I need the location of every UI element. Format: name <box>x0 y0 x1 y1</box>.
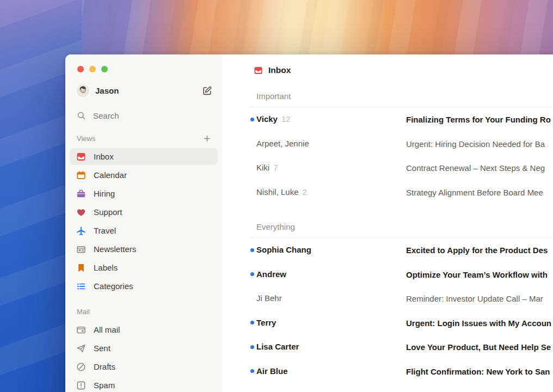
unread-dot <box>250 248 254 252</box>
email-sender: Lisa Carter <box>256 342 299 351</box>
email-row-kiki[interactable]: Kiki7 Contract Renewal – Next Steps & Ne… <box>222 156 553 180</box>
sidebar-item-support[interactable]: Support <box>70 204 218 220</box>
email-section-everything: Everything Sophia Chang Excited to Apply… <box>222 222 553 392</box>
pencil-circle-icon <box>76 362 86 372</box>
sidebar: Jason Search Views <box>65 54 222 392</box>
calendar-icon <box>76 170 86 180</box>
airplane-icon <box>76 226 86 236</box>
email-sender: Air Blue <box>256 366 288 376</box>
email-subject: Contract Renewal – Next Steps & Neg <box>406 163 545 173</box>
sidebar-item-travel[interactable]: Travel <box>70 222 218 239</box>
list-icon <box>76 281 86 291</box>
email-subject: Urgent: Hiring Decision Needed for Ba <box>406 139 545 148</box>
email-row-nishil-luke[interactable]: Nishil, Luke2 Strategy Alignment Before … <box>222 180 553 205</box>
sidebar-section-header-views: Views <box>77 134 211 143</box>
briefcase-icon <box>76 189 86 199</box>
sidebar-item-hiring[interactable]: Hiring <box>70 185 218 202</box>
email-sender: Nishil, Luke <box>256 187 299 197</box>
email-row-vicky[interactable]: Vicky12 Finalizing Terms for Your Fundin… <box>222 107 553 132</box>
email-section-important: Important Vicky12 Finalizing Terms for Y… <box>222 91 553 204</box>
sidebar-item-categories[interactable]: Categories <box>70 278 218 295</box>
email-subject: Excited to Apply for the Product Des <box>406 246 548 255</box>
paper-plane-icon <box>76 344 86 353</box>
newspaper-icon <box>76 244 86 254</box>
email-sender: Ji Behr <box>256 293 282 303</box>
account-row[interactable]: Jason <box>77 84 212 97</box>
email-thread-count: 7 <box>273 163 278 172</box>
sidebar-item-spam[interactable]: Spam <box>70 377 218 392</box>
email-thread-count: 2 <box>303 187 307 197</box>
email-subject: Love Your Product, But Need Help Se <box>406 342 551 352</box>
compose-icon[interactable] <box>202 85 212 96</box>
sidebar-item-all-mail[interactable]: All mail <box>70 321 218 338</box>
email-thread-count: 12 <box>281 114 291 124</box>
sidebar-item-drafts[interactable]: Drafts <box>70 358 218 375</box>
email-subject: Finalizing Terms for Your Funding Ro <box>406 115 551 124</box>
sidebar-section: Views Inbox Calendar Hiring Support Trav… <box>65 134 222 295</box>
email-sender: Terry <box>256 318 276 327</box>
view-header: Inbox <box>254 64 553 76</box>
sidebar-item-labels[interactable]: Labels <box>70 259 218 276</box>
sidebar-section-label: Mail <box>77 308 211 316</box>
email-row-andrew[interactable]: Andrew Optimize Your Team’s Workflow wit… <box>222 262 553 287</box>
email-row-lisa-carter[interactable]: Lisa Carter Love Your Product, But Need … <box>222 335 553 359</box>
heart-icon <box>76 207 86 217</box>
close-window-button[interactable] <box>77 66 84 72</box>
unread-dot <box>250 369 254 373</box>
sidebar-item-calendar[interactable]: Calendar <box>70 167 218 183</box>
zoom-window-button[interactable] <box>101 66 108 72</box>
unread-dot <box>250 272 254 276</box>
sidebar-item-inbox[interactable]: Inbox <box>70 148 218 165</box>
account-name: Jason <box>95 86 202 95</box>
sidebar-section: Mail All mail Sent Drafts Spam <box>65 308 222 392</box>
traffic-lights <box>65 54 222 72</box>
email-section-label: Everything <box>256 222 553 234</box>
email-sender: Arpeet, Jennie <box>256 139 309 148</box>
email-subject: Reminder: Investor Update Call – Mar <box>406 294 543 303</box>
sidebar-item-newsletters[interactable]: Newsletters <box>70 241 218 258</box>
spam-icon <box>76 381 86 390</box>
email-subject: Urgent: Login Issues with My Accoun <box>406 318 551 327</box>
add-view-button[interactable] <box>203 134 211 143</box>
unread-dot <box>250 118 254 121</box>
unread-dot <box>250 345 254 349</box>
email-sender: Sophia Chang <box>256 245 311 254</box>
sidebar-item-sent[interactable]: Sent <box>70 340 218 357</box>
email-row-arpeet-jennie[interactable]: Arpeet, Jennie Urgent: Hiring Decision N… <box>222 132 553 156</box>
search-icon <box>77 111 86 120</box>
sidebar-section-label: Views <box>77 134 203 143</box>
email-row-johnny-appleseed[interactable]: Johnny Appleseed The Power of His Summer… <box>222 383 553 392</box>
inbox-icon <box>254 66 263 75</box>
email-row-ji-behr[interactable]: Ji Behr Reminder: Investor Update Call –… <box>222 286 553 311</box>
bookmark-icon <box>76 263 86 273</box>
email-row-air-blue[interactable]: Air Blue Flight Confirmation: New York t… <box>222 359 553 384</box>
email-sender: Kiki <box>256 163 269 172</box>
email-subject: Flight Confirmation: New York to San <box>406 366 550 376</box>
minimize-window-button[interactable] <box>89 66 96 72</box>
inbox-tray-icon <box>76 152 86 162</box>
email-subject: Strategy Alignment Before Board Mee <box>406 187 543 197</box>
email-row-sophia-chang[interactable]: Sophia Chang Excited to Apply for the Pr… <box>222 238 553 262</box>
email-sender: Andrew <box>256 270 286 279</box>
sidebar-section-header-mail: Mail <box>77 308 211 316</box>
mail-tray-icon <box>76 325 86 335</box>
view-title: Inbox <box>268 65 291 75</box>
email-row-terry[interactable]: Terry Urgent: Login Issues with My Accou… <box>222 311 553 335</box>
avatar <box>77 84 89 97</box>
unread-dot <box>250 321 254 324</box>
mail-app-window: Jason Search Views <box>65 54 553 392</box>
mail-list-pane: Inbox Important Vicky12 Finalizing Terms… <box>222 54 553 392</box>
search-placeholder: Search <box>93 111 119 120</box>
search-field[interactable]: Search <box>77 111 212 120</box>
email-section-label: Important <box>256 91 553 103</box>
email-sender: Vicky <box>256 114 278 124</box>
email-subject: Optimize Your Team’s Workflow with <box>406 270 548 279</box>
